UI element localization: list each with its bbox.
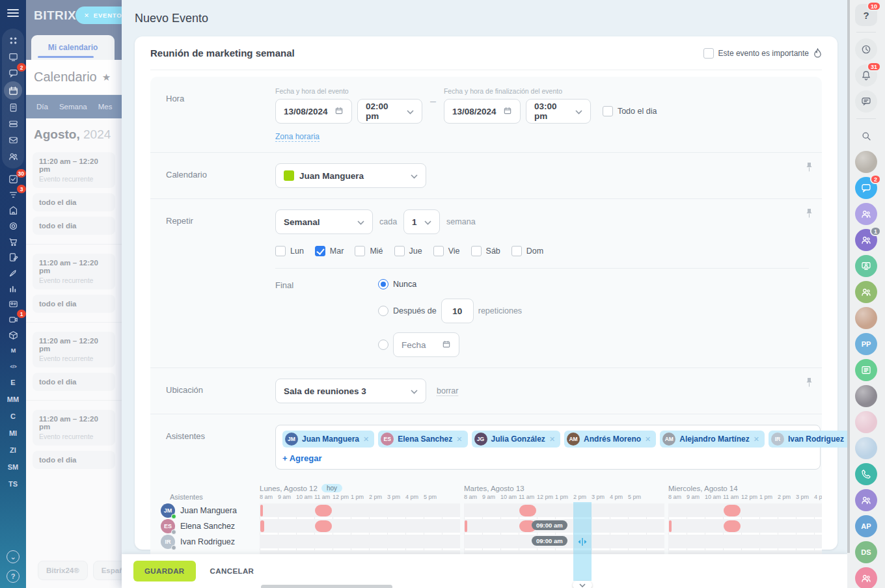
end-time-select[interactable]: 03:00 pm	[526, 99, 591, 124]
event-card[interactable]: 11:20 am – 12:20 pmEvento recurrente	[33, 254, 115, 289]
attendee-chip[interactable]: AMAndrés Moreno✕	[564, 431, 656, 448]
user-avatar[interactable]: DS	[855, 541, 877, 563]
attendees-box[interactable]: JMJuan Manguera✕ESElena Sanchez✕JGJulia …	[275, 425, 821, 470]
sidebar-item-mm[interactable]: MM	[7, 391, 19, 408]
start-time-select[interactable]: 02:00 pm	[357, 99, 422, 124]
add-attendee-link[interactable]: + Agregar	[282, 453, 322, 463]
metrica-icon[interactable]: M	[5, 343, 21, 358]
pin-icon[interactable]	[806, 162, 813, 174]
weekday-jue[interactable]: Jue	[394, 246, 422, 256]
end-date-input[interactable]: 13/08/2024	[444, 99, 521, 124]
ubicacion-select[interactable]: Sala de reuniones 3	[275, 379, 426, 403]
sign-icon[interactable]	[5, 249, 21, 265]
weekday-mar[interactable]: Mar	[315, 246, 344, 256]
user-avatar[interactable]: PP	[855, 333, 877, 355]
company-icon[interactable]	[5, 202, 21, 218]
tab-mi-calendario[interactable]: Mi calendario	[31, 35, 115, 60]
scheduler-attendee[interactable]: IRIvan Rodriguez	[161, 534, 235, 550]
news-icon[interactable]	[855, 359, 877, 381]
weekday-checkbox[interactable]	[433, 246, 444, 256]
video-conference-icon[interactable]	[855, 255, 877, 277]
crm-icon[interactable]: 3	[5, 187, 21, 202]
weekday-sáb[interactable]: Sáb	[471, 246, 500, 256]
bitrix-logo-icon[interactable]	[5, 33, 21, 49]
expand-slot-chevron[interactable]	[573, 581, 592, 588]
mail-icon[interactable]	[5, 132, 21, 148]
notifications-icon[interactable]: 31	[855, 64, 877, 87]
contacts-icon[interactable]	[5, 296, 21, 312]
repetitions-input[interactable]: 10	[441, 299, 474, 323]
user-avatar[interactable]	[855, 307, 877, 329]
weekday-dom[interactable]: Dom	[511, 246, 543, 256]
user-avatar[interactable]	[855, 385, 877, 407]
right-rail-scrollbar[interactable]	[847, 0, 850, 553]
nunca-radio[interactable]	[378, 279, 388, 289]
sidebar-item-sm[interactable]: SM	[8, 459, 19, 475]
messenger-icon[interactable]: 2	[5, 65, 21, 81]
weekday-checkbox[interactable]	[511, 246, 522, 256]
history-icon[interactable]	[855, 38, 877, 60]
sidebar-item-c[interactable]: C	[10, 408, 16, 425]
group-icon[interactable]	[855, 489, 877, 511]
group-icon[interactable]	[855, 203, 877, 225]
tasks-icon[interactable]: 30	[5, 171, 21, 187]
final-option-despues[interactable]: Después de 10 repeticiones	[378, 299, 809, 323]
weekday-checkbox[interactable]	[275, 246, 286, 256]
despues-radio[interactable]	[378, 306, 388, 316]
remove-attendee-icon[interactable]: ✕	[363, 435, 369, 444]
user-avatar[interactable]	[855, 437, 877, 459]
timeline-scrollbar[interactable]	[261, 585, 392, 588]
weekday-checkbox[interactable]	[355, 246, 365, 256]
docs-icon[interactable]	[5, 100, 21, 116]
remove-attendee-icon[interactable]: ✕	[754, 435, 759, 444]
help-button[interactable]: ?10	[855, 4, 877, 26]
sidebar-item-ts[interactable]: TS	[8, 475, 18, 492]
scheduler-attendee[interactable]: JMJuan Manguera	[161, 503, 237, 518]
copilot-chat-icon[interactable]	[855, 90, 877, 113]
final-option-fecha[interactable]: Fecha	[378, 332, 809, 357]
store-icon[interactable]	[5, 234, 21, 249]
remove-attendee-icon[interactable]: ✕	[456, 435, 462, 444]
event-card[interactable]: todo el dia	[33, 373, 115, 391]
video-icon[interactable]: 1	[5, 312, 21, 327]
event-card[interactable]: todo el dia	[33, 217, 115, 235]
fecha-date-input[interactable]: Fecha	[393, 332, 459, 357]
view-tab-semana[interactable]: Semana	[59, 103, 87, 111]
event-title-input[interactable]: Reunión de marketing semanal	[150, 47, 295, 59]
fecha-radio[interactable]	[378, 340, 388, 350]
interval-select[interactable]: 1	[403, 209, 440, 234]
event-card[interactable]: todo el dia	[33, 451, 115, 469]
calendario-select[interactable]: Juan Manguera	[275, 163, 426, 188]
remove-attendee-icon[interactable]: ✕	[645, 435, 651, 444]
pin-icon[interactable]	[806, 208, 813, 220]
weekday-checkbox[interactable]	[394, 246, 405, 256]
weekday-vie[interactable]: Vie	[433, 246, 460, 256]
timezone-link[interactable]: Zona horaria	[275, 132, 320, 142]
all-day-checkbox[interactable]	[603, 106, 613, 116]
new-event-pill-button[interactable]: ✕ EVENTO	[75, 7, 122, 24]
event-card[interactable]: 11:20 am – 12:20 pmEvento recurrente	[33, 410, 115, 446]
messenger-icon[interactable]: 2	[855, 177, 877, 199]
weekday-checkbox[interactable]	[471, 246, 482, 256]
save-button[interactable]: GUARDAR	[133, 561, 196, 581]
analytics-icon[interactable]	[5, 280, 21, 296]
scheduler-attendee[interactable]: ESElena Sanchez	[161, 518, 235, 534]
frequency-select[interactable]: Semanal	[275, 209, 373, 234]
start-date-input[interactable]: 13/08/2024	[275, 99, 352, 124]
sidebar-item-e[interactable]: E	[10, 374, 15, 391]
important-checkbox[interactable]	[703, 48, 714, 59]
user-avatar[interactable]	[855, 411, 877, 433]
attendee-chip[interactable]: AMAlejandro Martínez✕	[660, 431, 765, 448]
developer-icon[interactable]: </>	[5, 358, 21, 374]
group-icon[interactable]	[855, 567, 877, 588]
warehouse-icon[interactable]	[5, 327, 21, 343]
hamburger-menu-icon[interactable]	[0, 0, 26, 26]
expand-menu-icon[interactable]: ⌄	[7, 550, 20, 563]
pin-icon[interactable]	[806, 377, 813, 390]
weekday-lun[interactable]: Lun	[275, 246, 304, 256]
attendee-chip[interactable]: ESElena Sanchez✕	[378, 431, 467, 448]
event-card[interactable]: todo el dia	[33, 295, 115, 313]
phone-icon[interactable]	[855, 463, 877, 485]
cancel-button[interactable]: CANCELAR	[210, 567, 254, 575]
search-icon[interactable]	[855, 125, 877, 147]
